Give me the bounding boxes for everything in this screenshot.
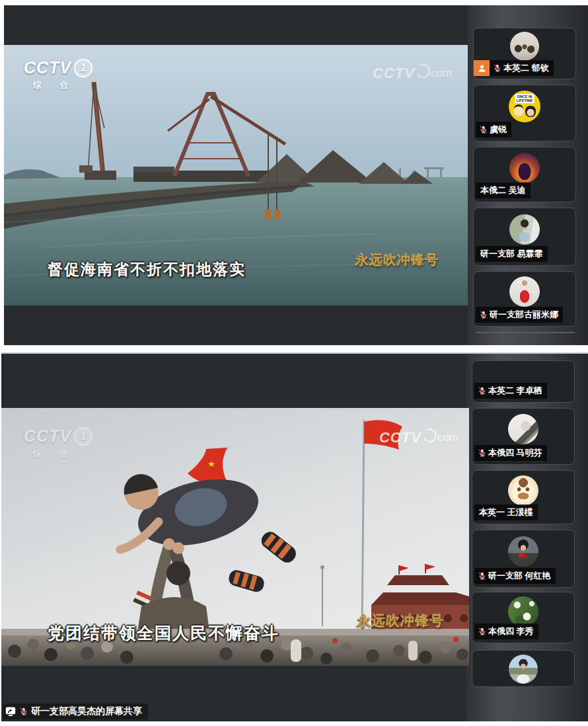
avatar <box>508 475 538 506</box>
participant-name: 本英二 李卓栖 <box>488 385 542 397</box>
watermark-suffix-text: com <box>437 431 459 444</box>
cctv-logo-text: CCTV <box>24 58 71 77</box>
screen-share-icon <box>5 706 16 717</box>
channel-name-text: 综 合 <box>24 79 92 91</box>
participant-tile[interactable]: 研一支部古丽米娜 <box>473 271 576 327</box>
cctv-logo-text: CCTV <box>24 426 71 446</box>
watermark-brand-text: CCTV <box>373 65 415 82</box>
screen-share-status-bar[interactable]: 研一支部高昊杰的屏幕共享 <box>3 704 148 719</box>
participant-tile[interactable]: 本英二 郁钦 <box>473 28 576 79</box>
participant-tile[interactable] <box>472 650 575 687</box>
cctv1-channel-logo: CCTV 1 综 合 <box>24 426 92 460</box>
participant-name: 研一支部 易霖霏 <box>480 248 543 260</box>
cctv1-channel-logo: CCTV 1 综 合 <box>24 58 92 91</box>
watermark-swoosh-icon <box>421 426 439 444</box>
self-indicator-icon <box>474 60 490 76</box>
meeting-window-top: CCTV 1 综 合 CCTV com 督促海南省不折不扣地落实 永远吹冲锋号 <box>4 5 588 345</box>
avatar <box>508 536 538 567</box>
screen-share-label: 研一支部高昊杰的屏幕共享 <box>31 706 142 717</box>
watermark-swoosh-icon <box>414 62 432 80</box>
shared-screen-video-top: CCTV 1 综 合 CCTV com 督促海南省不折不扣地落实 永远吹冲锋号 <box>4 45 468 305</box>
mic-muted-icon <box>478 386 486 395</box>
program-title-calligraphy: 永远吹冲锋号 <box>356 612 445 630</box>
mic-muted-icon <box>478 627 486 636</box>
cctv-com-watermark: CCTV com <box>373 65 452 82</box>
channel-number-badge: 1 <box>74 59 92 77</box>
participant-name: 本英二 郁钦 <box>503 62 549 74</box>
screenshot-canvas: CCTV 1 综 合 CCTV com 督促海南省不折不扣地落实 永远吹冲锋号 <box>0 0 588 726</box>
participant-tile[interactable]: 研一支部 易霖霏 <box>473 208 576 266</box>
participant-name: 本英一 王湲楪 <box>479 506 533 518</box>
mic-muted-icon <box>478 448 486 458</box>
participant-tile[interactable]: 本俄四 马明芬 <box>472 408 575 465</box>
participant-tile[interactable]: 研一支部 何红艳 <box>472 530 575 588</box>
participant-tile[interactable]: 本俄二 吴迪 <box>473 147 576 202</box>
avatar <box>508 596 538 627</box>
participant-name: 本俄四 马明芬 <box>488 447 542 459</box>
mic-muted-icon <box>479 310 488 319</box>
mic-muted-icon <box>493 63 501 73</box>
program-title-calligraphy: 永远吹冲锋号 <box>355 251 439 269</box>
participant-tile[interactable]: 本英一 王湲楪 <box>472 470 575 524</box>
mic-muted-icon <box>478 571 486 581</box>
watermark-suffix-text: com <box>431 67 452 80</box>
participant-name: 本俄二 吴迪 <box>480 184 526 196</box>
avatar <box>510 32 539 61</box>
participant-name: 研一支部 何红艳 <box>488 570 551 582</box>
avatar <box>509 214 540 245</box>
avatar-caption-line2: LIFETIME <box>516 99 533 102</box>
mic-muted-icon <box>19 707 28 716</box>
avatar: ONCE IN LIFETIME <box>509 91 540 122</box>
channel-number-badge: 1 <box>74 427 92 446</box>
cctv-com-watermark: CCTV com <box>379 429 459 446</box>
participant-tile[interactable]: 本英二 李卓栖 <box>472 360 575 403</box>
sidebar-divider <box>476 332 575 333</box>
participant-name: 本俄四 李秀 <box>488 625 534 637</box>
participant-name: 研一支部古丽米娜 <box>490 309 558 321</box>
meeting-window-bottom: CCTV 1 综 合 CCTV com 党团结带领全国人民不懈奋斗 永远吹冲锋号… <box>1 352 588 721</box>
channel-name-text: 综 合 <box>24 448 92 460</box>
broadcast-subtitle: 督促海南省不折不扣地落实 <box>48 259 246 280</box>
watermark-brand-text: CCTV <box>379 429 422 446</box>
avatar <box>508 414 538 444</box>
broadcast-subtitle: 党团结带领全国人民不懈奋斗 <box>48 622 279 644</box>
avatar <box>509 276 540 307</box>
avatar <box>509 153 540 183</box>
participant-tile[interactable]: 本俄四 李秀 <box>472 592 575 643</box>
avatar <box>509 655 538 684</box>
shared-screen-video-bottom: CCTV 1 综 合 CCTV com 党团结带领全国人民不懈奋斗 永远吹冲锋号 <box>1 408 469 666</box>
mic-muted-icon <box>479 125 488 134</box>
participant-tile[interactable]: ONCE IN LIFETIME 虞锐 <box>473 85 576 141</box>
participant-name: 虞锐 <box>490 124 507 136</box>
